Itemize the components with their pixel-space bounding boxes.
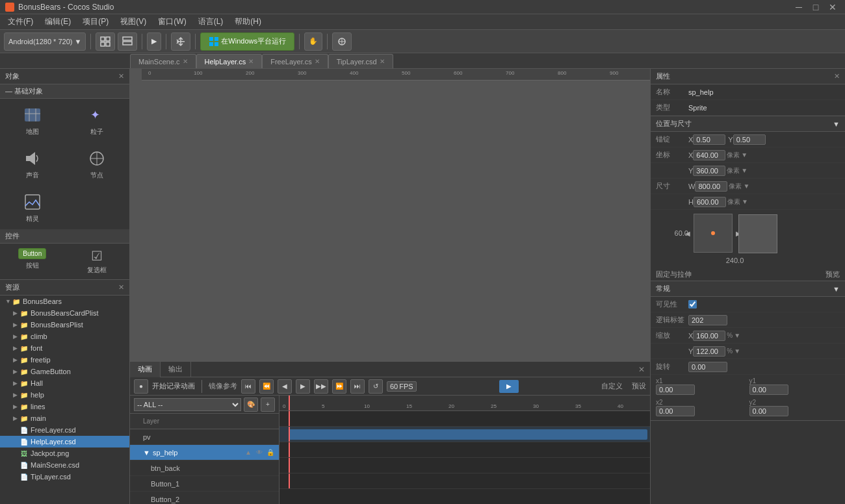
tree-item-freetip[interactable]: ▶ 📁 freetip	[0, 354, 129, 366]
x2-input[interactable]	[656, 406, 695, 416]
tree-item-main[interactable]: ▶ 📁 main	[0, 412, 129, 424]
menu-help[interactable]: 帮助(H)	[229, 15, 266, 29]
y2-input[interactable]	[749, 406, 788, 416]
common-header[interactable]: 常规 ▼	[651, 281, 845, 297]
widget-button[interactable]: Button 按钮	[0, 244, 65, 279]
objects-panel-close[interactable]: ✕	[118, 72, 124, 81]
tree-item-help[interactable]: ▶ 📁 help	[0, 389, 129, 401]
tab-tiplayer-close[interactable]: ✕	[380, 58, 385, 65]
pos-x-input[interactable]	[693, 150, 725, 160]
basic-objects-grid: 地图 ✦ 粒子 声音 节点	[0, 99, 129, 229]
assets-close[interactable]: ✕	[118, 283, 124, 292]
tl-prev-frame[interactable]: ◀	[278, 379, 292, 394]
tree-item-hall[interactable]: ▶ 📁 Hall	[0, 377, 129, 389]
tab-helplayer-close[interactable]: ✕	[248, 58, 254, 65]
tl-next[interactable]: ⏩	[332, 379, 346, 394]
size-w-input[interactable]	[695, 181, 727, 192]
tl-loop[interactable]: ↺	[369, 379, 383, 394]
timeline-tracks[interactable]: 0 5 10 15 20 25 30 35 40 45	[280, 396, 650, 504]
tab-mainscene[interactable]: MainScene.c ✕	[130, 54, 196, 68]
x1-input[interactable]	[656, 384, 695, 395]
tree-item-helplayer[interactable]: 📄 HelpLayer.csd	[0, 436, 129, 447]
tree-item-mainscene[interactable]: 📄 MainScene.csd	[0, 459, 129, 471]
layer-filter-select[interactable]: -- ALL --	[134, 398, 241, 411]
object-map[interactable]: 地图	[0, 99, 65, 142]
tab-mainscene-close[interactable]: ✕	[183, 58, 188, 65]
timeline-tab[interactable]: 动画	[130, 362, 161, 377]
layer-row-btn1[interactable]: Button_1	[130, 476, 279, 492]
tl-lock-icon[interactable]: 🔒	[266, 448, 275, 457]
anchor-diagram: ◀ ▶	[694, 214, 733, 253]
tree-label: FreeLayer.csd	[31, 426, 76, 434]
bottom-panel-close[interactable]: ✕	[633, 365, 650, 374]
tree-item-jackpot[interactable]: 🖼 Jackpot.png	[0, 447, 129, 459]
tab-freelayer-close[interactable]: ✕	[315, 58, 320, 65]
tree-item-cardplist[interactable]: ▶ 📁 BonusBearsCardPlist	[0, 307, 129, 319]
widget-checkbox[interactable]: ☑ 复选框	[65, 244, 130, 279]
tree-item-lines[interactable]: ▶ 📁 lines	[0, 401, 129, 412]
size-h-input[interactable]	[694, 197, 726, 207]
tl-playhead[interactable]: ▶	[499, 380, 519, 393]
layer-row-pv[interactable]: pv	[130, 429, 279, 445]
menu-edit[interactable]: 编辑(E)	[40, 15, 76, 29]
rotate-input[interactable]	[688, 362, 727, 372]
object-sound[interactable]: 声音	[0, 142, 65, 186]
paint-icon[interactable]: 🎨	[244, 397, 258, 412]
scale-x-input[interactable]	[693, 331, 725, 341]
logic-tag-input[interactable]	[688, 315, 727, 325]
snap-btn[interactable]	[332, 32, 352, 51]
object-particle[interactable]: ✦ 粒子	[65, 99, 130, 142]
close-button[interactable]: ✕	[826, 1, 840, 14]
minimize-button[interactable]: ─	[792, 1, 806, 14]
maximize-button[interactable]: □	[809, 1, 823, 14]
layout-btn[interactable]	[96, 32, 115, 51]
object-node[interactable]: 节点	[65, 142, 130, 186]
tree-item-plist[interactable]: ▶ 📁 BonusBearsPlist	[0, 319, 129, 331]
layer-row-btnback[interactable]: btn_back	[130, 460, 279, 476]
play-btn[interactable]: ▶	[147, 32, 161, 51]
tl-next-frame[interactable]: ▶▶	[314, 379, 328, 394]
tree-item-tiplayer[interactable]: 📄 TipLayer.csd	[0, 471, 129, 483]
tree-item-climb[interactable]: ▶ 📁 climb	[0, 331, 129, 342]
pos-size-header[interactable]: 位置与尺寸 ▼	[651, 116, 845, 132]
menu-project[interactable]: 项目(P)	[77, 15, 114, 29]
menu-language[interactable]: 语言(L)	[193, 15, 229, 29]
layout2-btn[interactable]	[118, 32, 137, 51]
visibility-checkbox[interactable]	[688, 300, 697, 309]
menu-file[interactable]: 文件(F)	[3, 15, 38, 29]
tree-item-gamebutton[interactable]: ▶ 📁 GameButton	[0, 366, 129, 377]
layer-row-sphelp[interactable]: ▼ sp_help ▲ 👁 🔒	[130, 445, 279, 460]
tl-prev-first[interactable]: ⏮	[241, 379, 255, 394]
tab-helplayer[interactable]: HelpLayer.cs ✕	[196, 54, 263, 68]
anchor-x-input[interactable]	[693, 134, 725, 145]
menu-view[interactable]: 视图(V)	[115, 15, 151, 29]
btn1-label: Button_1	[130, 480, 279, 488]
tab-freelayer[interactable]: FreeLayer.cs ✕	[262, 54, 328, 68]
tree-item-bonusbears[interactable]: ▼ 📁 BonusBears	[0, 296, 129, 307]
tl-play[interactable]: ▶	[296, 379, 310, 394]
menu-window[interactable]: 窗口(W)	[153, 15, 191, 29]
scale-y-input[interactable]	[693, 346, 725, 357]
layer-row-btn2[interactable]: Button_2	[130, 492, 279, 504]
tl-visible-icon[interactable]: 👁	[255, 448, 264, 457]
run-button[interactable]: 在Windows平台运行	[200, 32, 294, 51]
y1-input[interactable]	[749, 384, 788, 395]
tree-item-freelayer[interactable]: 📄 FreeLayer.csd	[0, 424, 129, 436]
move-btn[interactable]	[171, 32, 190, 51]
tl-record-btn[interactable]: ●	[134, 379, 148, 394]
tl-up-icon[interactable]: ▲	[244, 448, 253, 457]
tree-item-font[interactable]: ▶ 📁 font	[0, 342, 129, 354]
device-select[interactable]: Android(1280 * 720) ▼	[4, 32, 86, 51]
tl-next-last[interactable]: ⏭	[350, 379, 365, 394]
props-close[interactable]: ✕	[834, 72, 840, 81]
tab-tiplayer[interactable]: TipLayer.csd ✕	[328, 54, 393, 68]
anchor-y-input[interactable]	[733, 134, 766, 145]
tl-prev[interactable]: ⏪	[259, 379, 274, 394]
pos-label: 坐标	[656, 150, 688, 160]
object-sprite[interactable]: 精灵	[0, 186, 65, 229]
add-layer-btn[interactable]: +	[261, 397, 275, 412]
hand-tool[interactable]: ✋	[304, 32, 322, 51]
pos-y-input[interactable]	[693, 166, 725, 176]
visibility-row: 可见性	[651, 297, 845, 312]
output-tab[interactable]: 输出	[161, 362, 191, 377]
